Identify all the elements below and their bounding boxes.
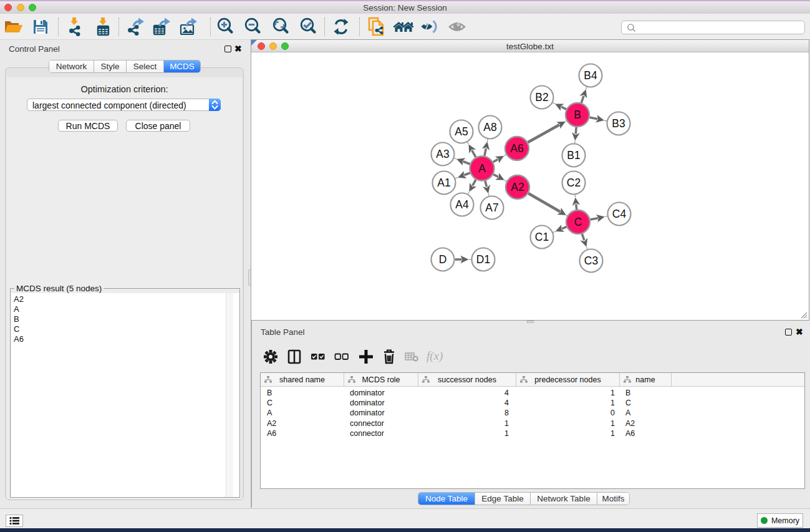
svg-text:C: C: [574, 216, 582, 228]
svg-text:C3: C3: [584, 254, 598, 267]
svg-text:B1: B1: [567, 149, 580, 162]
svg-text:A2: A2: [511, 181, 524, 193]
svg-text:A4: A4: [455, 198, 469, 211]
svg-text:D: D: [439, 253, 447, 266]
svg-text:B4: B4: [584, 69, 597, 82]
svg-text:A8: A8: [483, 121, 496, 133]
svg-text:B2: B2: [535, 91, 548, 104]
svg-text:D1: D1: [476, 253, 490, 266]
svg-text:A5: A5: [455, 125, 468, 138]
svg-text:C1: C1: [535, 231, 549, 243]
svg-text:C2: C2: [567, 177, 581, 189]
svg-text:A: A: [478, 162, 486, 175]
svg-text:C4: C4: [612, 208, 627, 220]
svg-text:A3: A3: [436, 148, 449, 160]
svg-text:A7: A7: [485, 201, 498, 214]
svg-text:A1: A1: [437, 177, 450, 189]
svg-text:B3: B3: [612, 117, 625, 130]
svg-text:B: B: [574, 109, 581, 121]
svg-text:A6: A6: [510, 142, 523, 155]
